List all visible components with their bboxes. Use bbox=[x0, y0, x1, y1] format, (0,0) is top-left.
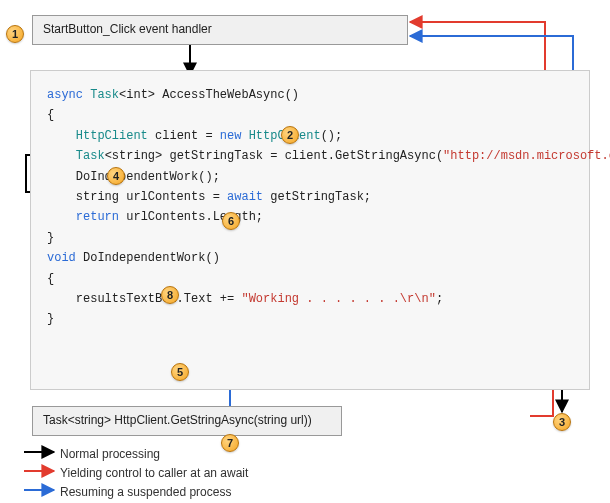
legend-row-resume: Resuming a suspended process bbox=[24, 482, 248, 501]
legend: Normal processing Yielding control to ca… bbox=[24, 444, 248, 501]
legend-row-yield: Yielding control to caller at an await bbox=[24, 463, 248, 482]
step-marker-5: 5 bbox=[171, 363, 189, 381]
event-handler-label: StartButton_Click event handler bbox=[43, 22, 212, 36]
step-marker-1: 1 bbox=[6, 25, 24, 43]
code-block: async Task<int> AccessTheWebAsync(){ Htt… bbox=[30, 70, 590, 390]
getstringasync-box: Task<string> HttpClient.GetStringAsync(s… bbox=[32, 406, 342, 436]
step-marker-4: 4 bbox=[107, 167, 125, 185]
legend-label-normal: Normal processing bbox=[60, 447, 160, 461]
step-marker-3: 3 bbox=[553, 413, 571, 431]
legend-label-yield: Yielding control to caller at an await bbox=[60, 466, 248, 480]
step-marker-6: 6 bbox=[222, 212, 240, 230]
step-marker-8: 8 bbox=[161, 286, 179, 304]
event-handler-box: StartButton_Click event handler bbox=[32, 15, 408, 45]
step-marker-2: 2 bbox=[281, 126, 299, 144]
legend-label-resume: Resuming a suspended process bbox=[60, 485, 231, 499]
legend-row-normal: Normal processing bbox=[24, 444, 248, 463]
getstringasync-label: Task<string> HttpClient.GetStringAsync(s… bbox=[43, 413, 312, 427]
